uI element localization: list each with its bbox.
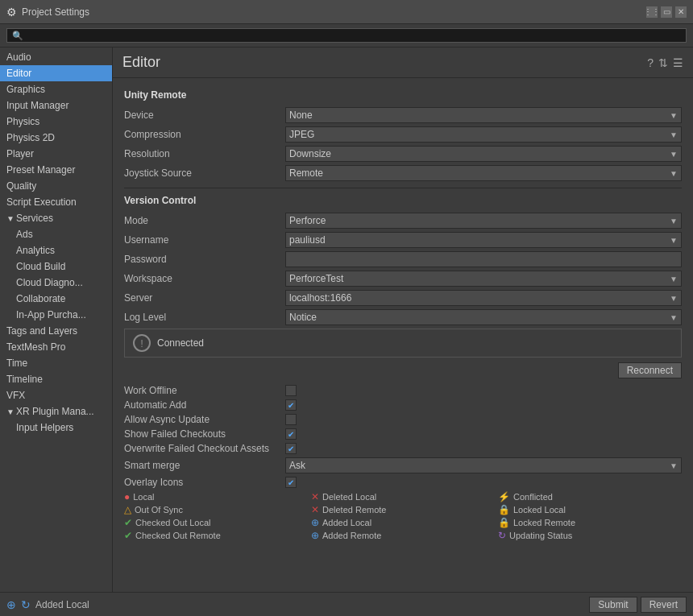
log-level-value: Notice ▼ <box>285 309 682 325</box>
connected-box: ! Connected <box>124 329 682 358</box>
sidebar-item-time[interactable]: Time <box>0 355 112 371</box>
sidebar-item-quality[interactable]: Quality <box>0 178 112 194</box>
workspace-label: Workspace <box>124 273 285 284</box>
overlay-checked-out-remote: ✔ Checked Out Remote <box>124 530 308 541</box>
overlay-added-local: ⊕ Added Local <box>311 517 495 528</box>
sidebar-item-input-helpers[interactable]: Input Helpers <box>0 420 112 436</box>
checkbox-automatic-add: Automatic Add ✔ <box>124 399 682 411</box>
compression-dropdown[interactable]: JPEG ▼ <box>285 126 682 143</box>
allow-async-checkbox[interactable] <box>285 414 297 425</box>
checked-out-remote-label: Checked Out Remote <box>135 531 221 540</box>
sidebar-item-textmesh-pro[interactable]: TextMesh Pro <box>0 339 112 355</box>
reconnect-button[interactable]: Reconnect <box>618 362 682 378</box>
header-icons: ? ⇅ ☰ <box>647 56 683 69</box>
mode-dropdown-value: Perforce <box>289 215 326 226</box>
revert-button[interactable]: Revert <box>641 597 687 613</box>
submit-button[interactable]: Submit <box>589 597 637 613</box>
checkbox-overwrite-failed: Overwrite Failed Checkout Assets ✔ <box>124 443 682 454</box>
compression-label: Compression <box>124 129 285 140</box>
window-controls: ⋮⋮ ▭ ✕ <box>646 6 687 18</box>
username-dropdown[interactable]: pauliusd ▼ <box>285 232 682 248</box>
sidebar-group-services[interactable]: ▼Services <box>0 210 112 226</box>
compression-value: JPEG ▼ <box>285 126 682 143</box>
device-dropdown[interactable]: None ▼ <box>285 107 682 123</box>
settings-icon-btn[interactable]: ☰ <box>673 56 683 69</box>
close-btn[interactable]: ✕ <box>675 6 687 18</box>
sidebar-item-script-execution[interactable]: Script Execution <box>0 194 112 210</box>
checkbox-overlay-icons: Overlay Icons ✔ <box>124 477 682 488</box>
minimize-btn[interactable]: ▭ <box>661 6 672 18</box>
log-level-label: Log Level <box>124 312 285 323</box>
joystick-dropdown-value: Remote <box>289 167 323 179</box>
menu-btn[interactable]: ⋮⋮ <box>646 6 658 18</box>
sidebar-item-player[interactable]: Player <box>0 146 112 162</box>
sidebar-item-editor[interactable]: Editor <box>0 65 112 81</box>
work-offline-label: Work Offline <box>124 385 285 396</box>
username-value: pauliusd ▼ <box>285 232 682 248</box>
work-offline-checkbox[interactable] <box>285 385 297 396</box>
sidebar-item-preset-manager[interactable]: Preset Manager <box>0 162 112 178</box>
added-remote-label: Added Remote <box>322 531 381 540</box>
show-failed-checkbox[interactable]: ✔ <box>285 428 297 440</box>
sidebar-item-timeline[interactable]: Timeline <box>0 371 112 387</box>
sidebar-item-input-manager[interactable]: Input Manager <box>0 97 112 114</box>
sidebar-item-graphics[interactable]: Graphics <box>0 81 112 97</box>
overlay-icons-checkbox[interactable]: ✔ <box>285 477 297 488</box>
sidebar-item-analytics[interactable]: Analytics <box>0 242 112 258</box>
updating-status-icon: ↻ <box>498 530 506 541</box>
overlay-added-remote: ⊕ Added Remote <box>311 530 495 541</box>
connected-icon: ! <box>133 334 151 352</box>
sliders-icon-btn[interactable]: ⇅ <box>658 56 668 69</box>
sidebar-item-ads[interactable]: Ads <box>0 226 112 242</box>
server-dropdown[interactable]: localhost:1666 ▼ <box>285 290 682 306</box>
automatic-add-label: Automatic Add <box>124 399 285 411</box>
log-level-dropdown[interactable]: Notice ▼ <box>285 309 682 325</box>
checked-out-local-label: Checked Out Local <box>135 518 211 527</box>
sidebar-item-cloud-build[interactable]: Cloud Build <box>0 258 112 275</box>
locked-local-label: Locked Local <box>513 505 566 515</box>
updating-status-label: Updating Status <box>509 531 572 540</box>
smart-merge-dropdown-arrow: ▼ <box>670 461 678 470</box>
sidebar-item-cloud-diagnostics[interactable]: Cloud Diagno... <box>0 275 112 291</box>
content-body: Unity Remote Device None ▼ Compression <box>113 78 693 592</box>
content-area: Editor ? ⇅ ☰ Unity Remote Device None ▼ <box>113 48 693 592</box>
version-control-section-title: Version Control <box>124 195 682 206</box>
mode-dropdown[interactable]: Perforce ▼ <box>285 213 682 229</box>
automatic-add-checkbox[interactable]: ✔ <box>285 399 297 411</box>
main-content: Audio Editor Graphics Input Manager Phys… <box>0 48 693 592</box>
workspace-dropdown[interactable]: PerforceTest ▼ <box>285 271 682 287</box>
smart-merge-value: Ask ▼ <box>285 457 682 473</box>
smart-merge-dropdown-value: Ask <box>289 460 305 471</box>
conflicted-label: Conflicted <box>513 492 553 502</box>
field-password: Password <box>124 251 682 267</box>
window-title: Project Settings <box>22 6 646 18</box>
sidebar-item-physics2d[interactable]: Physics 2D <box>0 130 112 146</box>
sidebar-group-xr[interactable]: ▼XR Plugin Mana... <box>0 403 112 420</box>
overlay-locked-local: 🔒 Locked Local <box>498 504 682 515</box>
locked-remote-icon: 🔒 <box>498 517 510 528</box>
overlay-deleted-local: ✕ Deleted Local <box>311 491 495 502</box>
sidebar-item-in-app-purchase[interactable]: In-App Purcha... <box>0 307 112 323</box>
smart-merge-dropdown[interactable]: Ask ▼ <box>285 457 682 473</box>
device-value: None ▼ <box>285 107 682 123</box>
overlay-local: ● Local <box>124 491 308 502</box>
resolution-dropdown[interactable]: Downsize ▼ <box>285 146 682 162</box>
sidebar-item-audio[interactable]: Audio <box>0 49 112 65</box>
joystick-dropdown[interactable]: Remote ▼ <box>285 165 682 181</box>
deleted-remote-label: Deleted Remote <box>322 505 387 515</box>
server-dropdown-value: localhost:1666 <box>289 292 351 304</box>
search-input[interactable] <box>6 28 687 43</box>
sidebar-item-vfx[interactable]: VFX <box>0 387 112 403</box>
joystick-value: Remote ▼ <box>285 165 682 181</box>
overwrite-failed-checkbox[interactable]: ✔ <box>285 443 297 454</box>
help-icon-btn[interactable]: ? <box>647 56 654 69</box>
password-input[interactable] <box>285 251 682 267</box>
resolution-label: Resolution <box>124 148 285 159</box>
title-bar: ⚙ Project Settings ⋮⋮ ▭ ✕ <box>0 0 693 24</box>
out-of-sync-label: Out Of Sync <box>135 505 183 515</box>
sidebar-item-physics[interactable]: Physics <box>0 114 112 130</box>
divider-1 <box>124 188 682 188</box>
sidebar-item-collaborate[interactable]: Collaborate <box>0 291 112 307</box>
sidebar-item-tags-layers[interactable]: Tags and Layers <box>0 323 112 339</box>
device-label: Device <box>124 110 285 121</box>
